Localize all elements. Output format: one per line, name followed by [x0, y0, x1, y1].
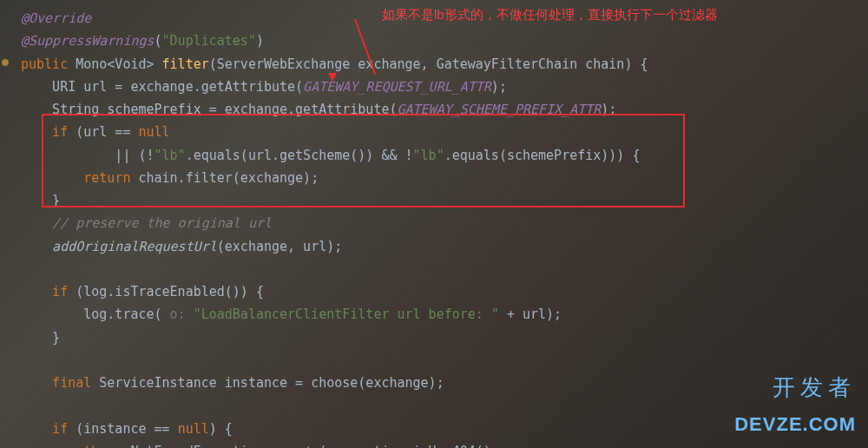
code-line: if (url == null	[21, 121, 868, 143]
code-line: }	[21, 189, 868, 212]
code-line	[21, 349, 868, 372]
code-line: public Mono<Void> filter(ServerWebExchan…	[21, 53, 868, 76]
code-line	[21, 394, 868, 417]
code-line	[21, 258, 868, 280]
code-editor[interactable]: @Override @SuppressWarnings("Duplicates"…	[0, 0, 868, 448]
code-line: }	[21, 326, 868, 349]
annotation: @Override	[21, 10, 91, 26]
annotation: @SuppressWarnings	[21, 33, 155, 49]
code-line: URI url = exchange.getAttribute(GATEWAY_…	[21, 76, 868, 98]
code-line: if (instance == null) {	[21, 418, 868, 440]
code-line: String schemePrefix = exchange.getAttrib…	[21, 98, 868, 121]
code-line: addOriginalRequestUrl(exchange, url);	[21, 235, 868, 258]
code-line: @SuppressWarnings("Duplicates")	[21, 30, 868, 52]
gutter-marker-icon	[2, 59, 9, 66]
code-line: // preserve the original url	[21, 212, 868, 234]
code-line: throw NotFoundException.create(propertie…	[21, 440, 868, 448]
code-line: if (log.isTraceEnabled()) {	[21, 280, 868, 303]
code-line: return chain.filter(exchange);	[21, 167, 868, 189]
code-line: || (!"lb".equals(url.getScheme()) && !"l…	[21, 144, 868, 167]
code-line: final ServiceInstance instance = choose(…	[21, 372, 868, 394]
code-line: log.trace( o: "LoadBalancerClientFilter …	[21, 303, 868, 326]
annotation-comment: 如果不是lb形式的，不做任何处理，直接执行下一个过滤器	[382, 3, 718, 26]
